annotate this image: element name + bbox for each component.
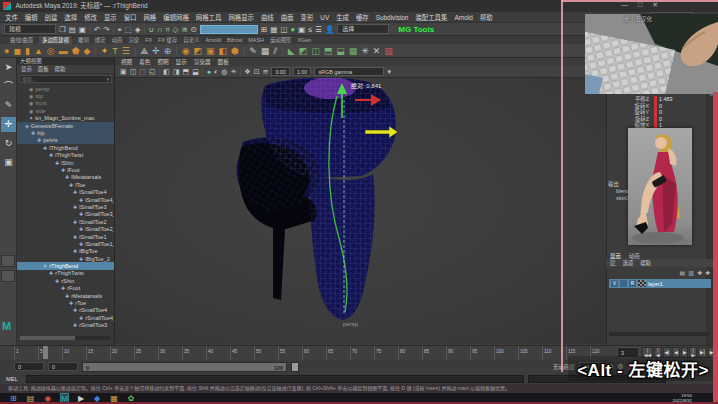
viewport-toolbar-icon[interactable]: ◐ [214,68,218,76]
shelf-tool-icon[interactable]: | [134,45,136,57]
shelf-tool-icon[interactable]: ☰ [122,45,130,57]
timeline-tick[interactable]: 25 [134,346,158,359]
layer-menu-item[interactable]: 帮助 [640,259,651,267]
status-icon[interactable]: ☰ [315,24,322,35]
shelf-tool-icon[interactable]: | [175,45,177,57]
tool-button[interactable]: ✎ [1,98,16,113]
viewport-menu-item[interactable]: 着色 [139,58,150,66]
person-icon[interactable]: 👤 [325,24,334,35]
menu-item[interactable]: 修改 [84,12,97,22]
shelf-tool-icon[interactable]: T [112,45,118,57]
outliner-item[interactable]: ✦ kn_Magn_Sombre_max [17,115,114,122]
menu-item[interactable]: 生成 [336,12,349,22]
menu-item[interactable]: 曲线 [261,12,274,22]
viewport-menu-item[interactable]: 照明 [157,58,168,66]
timeline-tick[interactable]: 60 [302,346,326,359]
shelf-tool-icon[interactable]: ▬ [59,45,68,57]
tool-button[interactable]: ↻ [1,136,16,151]
viewport-toolbar-icon[interactable]: ◨ [173,68,180,76]
shelf-tool-icon[interactable]: ◩ [194,45,203,57]
menu-item[interactable]: UV [320,12,329,22]
outliner-item[interactable]: ◉ side [17,107,114,114]
status-icon[interactable]: ◇ [173,24,179,35]
shelf-tool-icon[interactable]: ▦ [261,45,270,57]
shelf-tool-icon[interactable]: ✎ [249,45,257,57]
gamma-field[interactable]: 1.00 [293,67,312,76]
command-input[interactable] [26,375,524,383]
outliner-item[interactable]: ✚ lSmallToe1_2 [17,240,114,247]
outliner-item[interactable]: ✚ lMetatarsals [17,174,114,181]
timeline-tick[interactable]: 75 [374,346,398,359]
viewport-toolbar-icon[interactable]: ◍ [221,68,227,76]
menu-item[interactable]: 文件 [5,12,18,22]
shelf-tool-icon[interactable]: ◼ [13,45,20,57]
timeline-tick[interactable]: 100 [494,346,518,359]
shelf-tool-icon[interactable]: ▦ [349,45,358,57]
status-icon[interactable]: ⌖ [117,24,121,35]
outliner-item[interactable]: ✚ lSmallToe3 [17,203,114,210]
shelf-tab[interactable]: 曲线/曲面 [10,36,33,44]
layout-four-view-button[interactable] [1,270,15,282]
status-icon[interactable]: ▤ [69,24,76,35]
shelf-tab[interactable]: Arnold [205,36,221,44]
status-icon[interactable]: ∪ [148,24,154,35]
shelf-tab[interactable]: FX 缓存 [158,36,177,44]
timeline-tick[interactable]: 15 [86,346,110,359]
layer-button[interactable]: ✚ [697,269,702,276]
timeline-tick[interactable]: 55 [278,346,302,359]
outliner-item[interactable]: ◉ top [17,92,114,99]
tool-button[interactable]: ✛ [1,117,16,132]
layer-color-swatch[interactable] [638,280,646,287]
shelf-tool-icon[interactable]: ⫽ [273,45,277,57]
shelf-tab[interactable]: 渲染 [128,36,139,44]
window-control-button[interactable]: □ [638,1,642,9]
layer-button[interactable]: ▤ [680,269,686,276]
viewport-toolbar-icon[interactable]: ● [207,68,211,76]
viewport-toolbar-icon[interactable]: ⊡ [254,68,260,76]
status-icon[interactable]: ◫ [280,24,287,35]
outliner-search-input[interactable]: 搜索... ▾ [19,75,112,83]
viewport-toolbar-icon[interactable]: | [240,68,242,76]
outliner-item[interactable]: ◈ Genesis8Female [17,122,114,129]
shelf-tool-icon[interactable]: ◣ [288,45,295,57]
tool-button[interactable]: ➤ [1,60,16,75]
window-control-button[interactable]: ✕ [652,1,658,9]
timeline-tick[interactable]: 105 [518,346,542,359]
outliner-menu-item[interactable]: 帮助 [55,65,66,73]
menu-item[interactable]: 创建 [45,12,58,22]
shelf-tab[interactable]: 多边形建模 [39,36,72,44]
outliner-item[interactable]: ✚ rFoot [17,285,114,292]
timeline-tick[interactable]: 45 [230,346,254,359]
timeline-tick[interactable]: 80 [398,346,422,359]
menu-item[interactable]: 缓存 [356,12,369,22]
shelf-tool-icon[interactable]: | [281,45,283,57]
menu-item[interactable]: 网格显示 [228,12,254,22]
menu-set-dropdown[interactable]: 建模 [4,24,56,34]
menu-item[interactable]: 编辑网格 [163,12,189,22]
viewport-toolbar-icon[interactable]: ⬚ [139,68,146,76]
status-icon[interactable]: | [112,24,114,35]
shelf-tab[interactable]: 雕刻 [78,36,89,44]
status-icon[interactable]: ▦ [270,24,277,35]
timeline-tick[interactable]: 90 [446,346,470,359]
layer-editor-tab[interactable]: 动画 [629,252,640,259]
viewport-menu-item[interactable]: 视图 [121,58,132,66]
outliner-item[interactable]: ✚ lSmallToe3_2 [17,211,114,218]
shelf-tool-icon[interactable]: ✕ [373,45,381,57]
viewport-toolbar-icon[interactable]: ☀ [230,68,236,76]
shelf-tab[interactable]: FX [145,36,152,44]
viewport-toolbar-icon[interactable]: | [202,68,204,76]
layer-row[interactable]: V R layer1 [609,279,711,288]
outliner-item[interactable]: ✚ lToe [17,181,114,188]
menu-item[interactable]: Arnold [454,12,472,22]
timeline-tick[interactable]: 20 [110,346,134,359]
status-icon[interactable]: ▣ [79,24,86,35]
shelf-tab[interactable]: Bifrost [227,36,242,44]
menu-item[interactable]: 变形 [301,12,314,22]
timeline-tick[interactable]: 35 [182,346,206,359]
timeline-tick[interactable]: 95 [470,346,494,359]
outliner-item[interactable]: ✚ rThighTwist [17,270,114,277]
menu-item[interactable]: 显示 [104,12,117,22]
timeline-tick[interactable]: 50 [254,346,278,359]
outliner-item[interactable]: ✚ rThighBend [17,262,114,269]
